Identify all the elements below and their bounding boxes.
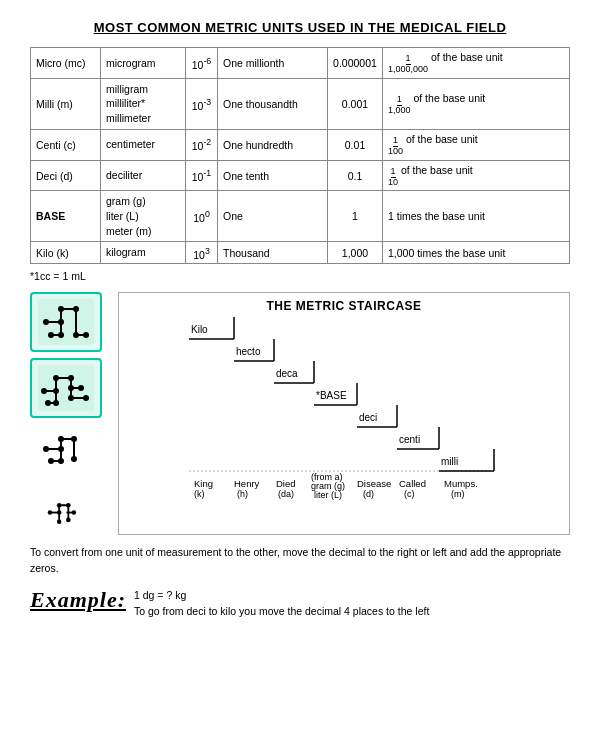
svg-point-59 (56, 519, 61, 524)
page-title: MOST COMMON METRIC UNITS USED IN THE MED… (30, 20, 570, 35)
prefix-cell: Deci (d) (31, 160, 101, 191)
table-row: BASEgram (g) liter (L) meter (m)100One11… (31, 191, 570, 242)
fraction-cell: 1 times the base unit (383, 191, 570, 242)
svg-text:Called: Called (399, 478, 426, 489)
svg-text:hecto: hecto (236, 346, 261, 357)
meaning-cell: One thousandth (218, 78, 328, 129)
svg-point-31 (53, 400, 59, 406)
svg-point-28 (53, 388, 59, 394)
fraction-cell: 110 of the base unit (383, 160, 570, 191)
svg-point-46 (58, 458, 64, 464)
decimal-cell: 0.01 (328, 129, 383, 160)
svg-point-45 (71, 456, 77, 462)
middle-section: THE METRIC STAIRCASE Kilo hecto deca *BA… (30, 292, 570, 535)
svg-point-44 (58, 446, 64, 452)
svg-point-33 (68, 385, 74, 391)
svg-point-43 (71, 436, 77, 442)
prefix-cell: Centi (c) (31, 129, 101, 160)
svg-text:(k): (k) (194, 489, 205, 499)
unit-cell: deciliter (101, 160, 186, 191)
svg-text:Died: Died (276, 478, 296, 489)
power-cell: 10-2 (186, 129, 218, 160)
svg-text:King: King (194, 478, 213, 489)
staircase-box: THE METRIC STAIRCASE Kilo hecto deca *BA… (118, 292, 570, 535)
prefix-cell: Micro (mc) (31, 48, 101, 79)
svg-point-14 (58, 332, 64, 338)
meaning-cell: One tenth (218, 160, 328, 191)
staircase-svg: Kilo hecto deca *BASE deci centi (127, 317, 561, 502)
fraction-cell: 11,000,000 of the base unit (383, 48, 570, 79)
svg-point-57 (56, 510, 61, 515)
svg-text:milli: milli (441, 456, 458, 467)
prefix-cell: Kilo (k) (31, 242, 101, 264)
svg-point-25 (41, 388, 47, 394)
fraction-cell: 11,000 of the base unit (383, 78, 570, 129)
example-section: Example: 1 dg = ? kg To go from deci to … (30, 587, 570, 621)
svg-text:(d): (d) (363, 489, 374, 499)
svg-point-42 (58, 436, 64, 442)
example-content: 1 dg = ? kg To go from deci to kilo you … (134, 587, 429, 621)
svg-point-10 (73, 306, 79, 312)
svg-text:Disease: Disease (357, 478, 391, 489)
metric-table: Micro (mc)microgram10-6One millionth0.00… (30, 47, 570, 264)
svg-text:Henry: Henry (234, 478, 260, 489)
svg-text:(c): (c) (404, 489, 415, 499)
svg-text:(da): (da) (278, 489, 294, 499)
fraction-cell: 1,000 times the base unit (383, 242, 570, 264)
svg-point-55 (56, 503, 61, 508)
circuit-icon-1 (30, 292, 102, 352)
decimal-cell: 1 (328, 191, 383, 242)
svg-text:centi: centi (399, 434, 420, 445)
staircase-title: THE METRIC STAIRCASE (127, 299, 561, 313)
circuit-icon-3 (30, 424, 102, 484)
decimal-cell: 0.000001 (328, 48, 383, 79)
unit-cell: microgram (101, 48, 186, 79)
power-cell: 10-3 (186, 78, 218, 129)
circuit-icon-4 (30, 490, 102, 535)
svg-point-58 (66, 517, 71, 522)
svg-point-30 (83, 395, 89, 401)
example-equation: 1 dg = ? kg (134, 587, 429, 604)
table-row: Milli (m)milligram milliliter* millimete… (31, 78, 570, 129)
table-row: Deci (d)deciliter10-1One tenth0.1110 of … (31, 160, 570, 191)
power-cell: 103 (186, 242, 218, 264)
decimal-cell: 1,000 (328, 242, 383, 264)
svg-point-27 (68, 375, 74, 381)
svg-point-26 (53, 375, 59, 381)
svg-point-11 (58, 319, 64, 325)
table-row: Kilo (k)kilogram103Thousand1,0001,000 ti… (31, 242, 570, 264)
unit-cell: kilogram (101, 242, 186, 264)
unit-cell: milligram milliliter* millimeter (101, 78, 186, 129)
note: *1cc = 1 mL (30, 270, 570, 282)
unit-cell: centimeter (101, 129, 186, 160)
svg-point-29 (68, 395, 74, 401)
svg-point-32 (45, 400, 51, 406)
svg-point-47 (48, 458, 54, 464)
table-row: Centi (c)centimeter10-2One hundredth0.01… (31, 129, 570, 160)
meaning-cell: One (218, 191, 328, 242)
svg-text:(h): (h) (237, 489, 248, 499)
prefix-cell: Milli (m) (31, 78, 101, 129)
svg-text:liter (L): liter (L) (314, 490, 342, 500)
circuit-icon-2 (30, 358, 102, 418)
meaning-cell: One hundredth (218, 129, 328, 160)
svg-text:deci: deci (359, 412, 377, 423)
table-row: Micro (mc)microgram10-6One millionth0.00… (31, 48, 570, 79)
meaning-cell: Thousand (218, 242, 328, 264)
svg-text:(m): (m) (451, 489, 465, 499)
svg-point-8 (43, 319, 49, 325)
svg-point-12 (73, 332, 79, 338)
example-label: Example: (30, 587, 126, 613)
example-explanation: To go from deci to kilo you move the dec… (134, 603, 429, 620)
svg-text:deca: deca (276, 368, 298, 379)
meaning-cell: One millionth (218, 48, 328, 79)
svg-point-15 (48, 332, 54, 338)
svg-text:*BASE: *BASE (316, 390, 347, 401)
convert-text: To convert from one unit of measurement … (30, 545, 570, 577)
svg-point-34 (78, 385, 84, 391)
svg-text:Mumps.: Mumps. (444, 478, 478, 489)
svg-point-60 (71, 510, 76, 515)
power-cell: 10-1 (186, 160, 218, 191)
decimal-cell: 0.001 (328, 78, 383, 129)
power-cell: 10-6 (186, 48, 218, 79)
